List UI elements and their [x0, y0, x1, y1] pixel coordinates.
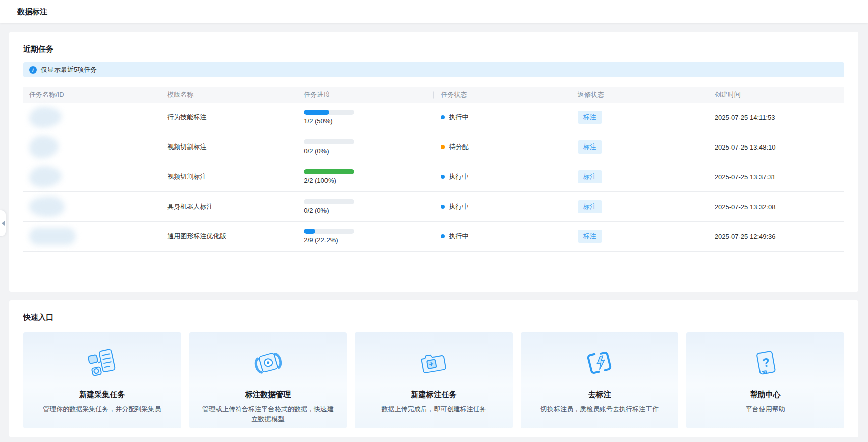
sidebar-collapse-handle[interactable] — [0, 210, 6, 237]
progress-bar — [304, 169, 354, 174]
status-label: 执行中 — [449, 113, 468, 122]
recent-tasks-table: 任务名称/ID模版名称任务进度任务状态返修状态创建时间 行为技能标注1/2 (5… — [23, 87, 844, 252]
rework-status-cell: 标注 — [571, 140, 708, 154]
rework-status-cell: 标注 — [571, 200, 708, 213]
notice-text: 仅显示最近5项任务 — [41, 65, 97, 74]
recent-tasks-card: 近期任务 i 仅显示最近5项任务 任务名称/ID模版名称任务进度任务状态返修状态… — [9, 32, 858, 292]
redacted-task-name — [29, 197, 65, 217]
table-header-cell: 任务进度 — [297, 90, 433, 100]
annotate-link[interactable]: 标注 — [578, 170, 602, 183]
quick-entry-card-description: 管理或上传符合标注平台格式的数据，快速建立数据模型 — [199, 404, 337, 424]
status-label: 执行中 — [449, 172, 468, 181]
rework-status-cell: 标注 — [571, 111, 708, 124]
quick-entry-去标注[interactable]: 去标注切换标注员，质检员账号去执行标注工作 — [521, 332, 679, 428]
status-dot — [441, 115, 445, 119]
progress-text: 0/2 (0%) — [304, 207, 433, 214]
table-header-cell: 任务名称/ID — [23, 90, 160, 100]
template-name-cell: 通用图形标注优化版 — [160, 232, 297, 241]
table-row: 通用图形标注优化版2/9 (22.2%)执行中标注2025-07-25 12:4… — [23, 222, 844, 252]
quick-entry-cards: 新建采集任务管理你的数据采集任务，并分配到采集员 标注数据管理管理或上传符合标注… — [23, 332, 844, 428]
progress-bar — [304, 139, 354, 144]
task-progress-cell: 1/2 (50%) — [297, 110, 433, 125]
task-name-cell — [23, 136, 160, 158]
table-header: 任务名称/ID模版名称任务进度任务状态返修状态创建时间 — [23, 87, 844, 103]
annotate-link[interactable]: 标注 — [578, 140, 602, 154]
task-name-cell — [23, 197, 160, 217]
info-icon: i — [29, 66, 37, 74]
redacted-task-name — [29, 107, 62, 128]
task-status-cell: 执行中 — [433, 202, 570, 211]
page-title: 数据标注 — [17, 7, 47, 17]
status-dot — [441, 145, 445, 149]
progress-bar — [304, 199, 354, 204]
task-status-cell: 执行中 — [433, 113, 570, 122]
progress-bar — [304, 110, 354, 115]
task-status-cell: 执行中 — [433, 232, 570, 241]
task-progress-cell: 2/9 (22.2%) — [297, 229, 433, 244]
table-header-cell: 返修状态 — [571, 90, 708, 100]
quick-entry-新建标注任务[interactable]: 新建标注任务数据上传完成后，即可创建标注任务 — [355, 332, 513, 428]
progress-bar-fill — [304, 229, 315, 234]
quick-entry-card-description: 切换标注员，质检员账号去执行标注工作 — [540, 404, 659, 414]
progress-bar-fill — [304, 110, 329, 115]
redacted-task-name — [29, 228, 76, 245]
table-row: 视频切割标注0/2 (0%)待分配标注2025-07-25 13:48:10 — [23, 132, 844, 162]
task-progress-cell: 2/2 (100%) — [297, 169, 433, 184]
notice-banner: i 仅显示最近5项任务 — [23, 62, 844, 77]
quick-entry-card: 快速入口 新建采集任务管理你的数据采集任务，并分配到采集员 标注数据管理管理或上… — [9, 300, 858, 437]
annotate-link[interactable]: 标注 — [578, 111, 602, 124]
progress-bar-fill — [304, 169, 354, 174]
help-center-icon: ? — [748, 346, 783, 381]
quick-entry-card-description: 管理你的数据采集任务，并分配到采集员 — [43, 404, 161, 414]
table-header-cell: 创建时间 — [708, 90, 844, 100]
redacted-task-name — [29, 166, 62, 187]
create-annotation-task-icon — [416, 346, 451, 381]
quick-entry-card-title: 新建采集任务 — [79, 390, 125, 400]
collect-task-icon — [85, 346, 119, 381]
task-status-cell: 待分配 — [433, 142, 570, 152]
go-annotate-icon — [582, 346, 617, 381]
progress-text: 0/2 (0%) — [304, 147, 433, 155]
chevron-left-icon — [2, 221, 5, 226]
table-header-cell: 任务状态 — [433, 90, 570, 100]
table-header-cell: 模版名称 — [160, 90, 297, 100]
created-time-cell: 2025-07-25 13:48:10 — [708, 143, 844, 151]
template-name-cell: 具身机器人标注 — [160, 202, 297, 211]
topbar: 数据标注 — [0, 0, 868, 23]
status-dot — [441, 175, 445, 179]
status-dot — [441, 234, 445, 238]
quick-entry-card-title: 帮助中心 — [750, 390, 781, 400]
created-time-cell: 2025-07-25 13:37:31 — [708, 173, 844, 181]
quick-entry-标注数据管理[interactable]: 标注数据管理管理或上传符合标注平台格式的数据，快速建立数据模型 — [189, 332, 347, 428]
status-label: 执行中 — [449, 232, 468, 241]
annotate-link[interactable]: 标注 — [578, 200, 602, 213]
status-dot — [441, 205, 445, 209]
progress-text: 2/9 (22.2%) — [304, 236, 433, 244]
quick-entry-card-description: 数据上传完成后，即可创建标注任务 — [381, 404, 486, 414]
task-status-cell: 执行中 — [433, 172, 570, 181]
task-name-cell — [23, 166, 160, 187]
template-name-cell: 行为技能标注 — [160, 113, 297, 122]
progress-text: 2/2 (100%) — [304, 177, 433, 184]
created-time-cell: 2025-07-25 14:11:53 — [708, 114, 844, 121]
task-progress-cell: 0/2 (0%) — [297, 139, 433, 155]
table-row: 行为技能标注1/2 (50%)执行中标注2025-07-25 14:11:53 — [23, 103, 844, 132]
annotate-link[interactable]: 标注 — [578, 230, 602, 243]
rework-status-cell: 标注 — [571, 170, 708, 183]
recent-tasks-title: 近期任务 — [23, 44, 844, 54]
redacted-task-name — [29, 136, 59, 158]
main-content: 近期任务 i 仅显示最近5项任务 任务名称/ID模版名称任务进度任务状态返修状态… — [0, 23, 868, 437]
quick-entry-新建采集任务[interactable]: 新建采集任务管理你的数据采集任务，并分配到采集员 — [23, 332, 181, 428]
table-row: 具身机器人标注0/2 (0%)执行中标注2025-07-25 13:32:08 — [23, 192, 844, 222]
quick-entry-card-title: 标注数据管理 — [245, 390, 291, 400]
quick-entry-card-title: 新建标注任务 — [411, 390, 456, 400]
task-name-cell — [23, 228, 160, 245]
quick-entry-card-title: 去标注 — [588, 390, 611, 400]
quick-entry-帮助中心[interactable]: ? 帮助中心平台使用帮助 — [686, 332, 844, 428]
created-time-cell: 2025-07-25 12:49:36 — [708, 233, 844, 240]
quick-entry-card-description: 平台使用帮助 — [746, 404, 785, 414]
task-name-cell — [23, 107, 160, 128]
table-body: 行为技能标注1/2 (50%)执行中标注2025-07-25 14:11:53视… — [23, 103, 844, 252]
rework-status-cell: 标注 — [571, 230, 708, 243]
status-label: 待分配 — [449, 142, 468, 152]
